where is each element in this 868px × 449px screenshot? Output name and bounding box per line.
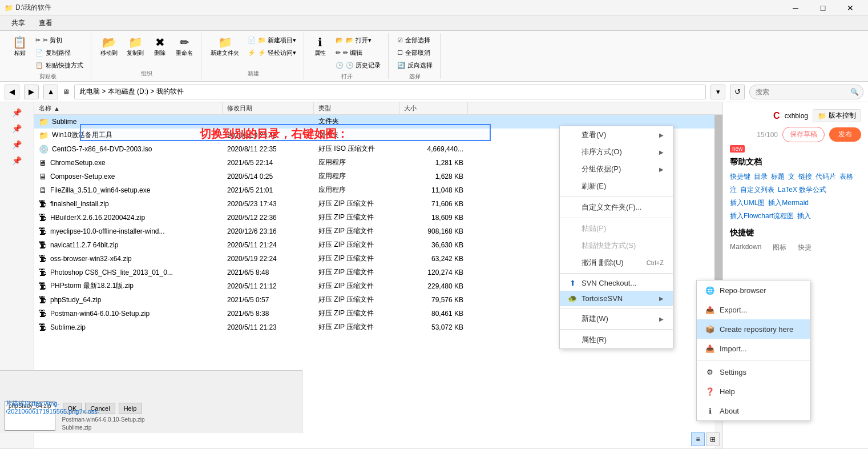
rename-button[interactable]: ✏ 重命名 <box>172 34 196 59</box>
menu-item[interactable]: 自定义文件夹(F)... <box>560 199 673 216</box>
move-icon: 📂 <box>102 37 116 48</box>
menu-icon: ⬆ <box>567 279 578 287</box>
properties-button[interactable]: ℹ 属性 <box>310 34 330 59</box>
menu-item[interactable]: 分组依据(P) ▶ <box>560 161 673 178</box>
open-items: ℹ 属性 📂 📂 打开▾ ✏ ✏ 编辑 🕒 🕒 历史记录 <box>310 34 383 71</box>
file-date: 2020/5/11 21:23 <box>223 323 314 331</box>
context-menu: 查看(V) ▶ 排序方式(O) ▶ 分组依据(P) ▶ 刷新(E) 自定义文件夹… <box>559 126 673 349</box>
ribbon-group-select: ☑ 全部选择 ☐ 全部取消 🔄 反向选择 选择 <box>390 33 441 79</box>
menu-item[interactable]: 刷新(E) <box>560 178 673 195</box>
copy-to-button[interactable]: 📁 复制到 <box>123 34 147 59</box>
sub-menu-item[interactable]: 📦 Create repository here <box>697 319 810 339</box>
new-folder-button[interactable]: 📁 新建文件夹 <box>207 34 243 59</box>
select-none-button[interactable]: ☐ 全部取消 <box>394 47 435 59</box>
copy-path-button[interactable]: 📄 复制路径 <box>33 47 86 59</box>
minimize-button[interactable]: ─ <box>782 0 809 16</box>
menu-item[interactable]: 属性(R) <box>560 331 673 348</box>
menu-separator <box>560 308 673 308</box>
paste-button[interactable]: 📋 粘贴 <box>9 34 30 59</box>
sub-menu-item[interactable]: 🌐 Repo-browser <box>697 280 810 300</box>
menu-item[interactable]: ⬆ SVN Checkout... <box>560 275 673 291</box>
menu-item[interactable]: 查看(V) ▶ <box>560 126 673 143</box>
help-tag[interactable]: 插入 <box>797 211 811 221</box>
help-tag[interactable]: 快捷键 <box>730 172 750 182</box>
file-size: 63,242 KB <box>399 255 468 263</box>
pin-button[interactable]: 📌 <box>11 107 23 118</box>
open-icon: 📂 <box>336 37 344 44</box>
back-button[interactable]: ◀ <box>5 85 19 99</box>
version-btn[interactable]: 📁 版本控制 <box>813 109 861 122</box>
ribbon-group-new: 📁 新建文件夹 📄 📁 新建项目▾ ⚡ ⚡ 轻松访问▾ 新建 <box>203 33 304 79</box>
help-tag[interactable]: 代码片 <box>815 172 836 182</box>
delete-button[interactable]: ✖ 删除 <box>150 34 170 59</box>
help-button[interactable]: Help <box>119 403 142 414</box>
cut-button[interactable]: ✂ ✂ 剪切 <box>33 34 86 46</box>
detail-view-button[interactable]: ⊞ <box>706 432 720 446</box>
help-tag[interactable]: 插入Mermaid <box>768 198 809 208</box>
pin3-button[interactable]: 📌 <box>11 139 23 150</box>
tab-view[interactable]: 查看 <box>32 16 59 30</box>
address-bar: ◀ ▶ ▲ 🖥 此电脑 > 本地磁盘 (D:) > 我的软件 ▾ ↺ 🔍 <box>0 82 868 102</box>
help-tag[interactable]: 标题 <box>771 172 785 182</box>
col-date-header[interactable]: 修改日期 <box>223 102 314 114</box>
file-date: 2020/12/6 23:16 <box>223 227 314 235</box>
menu-item[interactable]: 撤消 删除(U) Ctrl+Z <box>560 254 673 271</box>
publish-button[interactable]: 发布 <box>829 127 861 142</box>
title-bar: 📁 D:\我的软件 ─ □ ✕ <box>0 0 868 16</box>
address-path[interactable]: 此电脑 > 本地磁盘 (D:) > 我的软件 <box>74 85 706 99</box>
move-to-button[interactable]: 📂 移动到 <box>97 34 121 59</box>
help-tag[interactable]: 注 <box>730 185 737 195</box>
help-tag[interactable]: 插入Flowchart流程图 <box>730 211 794 221</box>
help-tag[interactable]: 自定义列表 <box>740 185 774 195</box>
select-all-button[interactable]: ☑ 全部选择 <box>394 34 435 46</box>
up-button[interactable]: ▲ <box>43 85 58 99</box>
file-date: 2021/6/5 8:48 <box>223 268 314 276</box>
menu-item[interactable]: 🐢 TortoiseSVN ▶ <box>560 291 673 306</box>
dropdown-button[interactable]: ▾ <box>710 85 725 99</box>
forward-button[interactable]: ▶ <box>24 85 39 99</box>
save-draft-button[interactable]: 保存草稿 <box>782 127 825 142</box>
open-button[interactable]: 📂 📂 打开▾ <box>333 34 383 46</box>
sub-menu-item[interactable]: 📥 Import... <box>697 339 810 358</box>
history-button[interactable]: 🕒 🕒 历史记录 <box>333 59 383 71</box>
help-tag[interactable]: 目录 <box>754 172 768 182</box>
new-item-button[interactable]: 📄 📁 新建项目▾ <box>245 34 299 46</box>
pin2-button[interactable]: 📌 <box>11 123 23 134</box>
menu-separator <box>560 218 673 218</box>
file-icon: 🗜 <box>39 199 47 209</box>
col-type-header[interactable]: 类型 <box>314 102 399 114</box>
sub-menu-item[interactable]: ❓ Help <box>697 382 810 401</box>
sub-menu-item[interactable]: ℹ About <box>697 401 810 420</box>
refresh-button[interactable]: ↺ <box>730 85 745 99</box>
file-date: 2021/6/5 22:14 <box>223 159 314 167</box>
help-tag[interactable]: 文 <box>788 172 795 182</box>
menu-item-left: 刷新(E) <box>567 181 606 191</box>
close-button[interactable]: ✕ <box>837 0 863 16</box>
easy-access-button[interactable]: ⚡ ⚡ 轻松访问▾ <box>245 47 299 59</box>
help-tag[interactable]: 链接 <box>798 172 812 182</box>
menu-item-left: ⬆ SVN Checkout... <box>567 279 636 287</box>
col-name-header[interactable]: 名称 ▲ <box>34 102 223 114</box>
tab-share[interactable]: 共享 <box>5 16 32 30</box>
annotation-text: 切换到别的目录，右键如图： <box>200 126 348 142</box>
menu-item[interactable]: 排序方式(O) ▶ <box>560 143 673 161</box>
menu-label: 排序方式(O) <box>582 147 622 157</box>
col-size-header[interactable]: 大小 <box>399 102 468 114</box>
sub-menu-item-left: ⚙ Settings <box>704 366 746 378</box>
list-view-button[interactable]: ≡ <box>691 432 705 446</box>
tortoise-icon: 🐢 <box>568 294 577 303</box>
sub-menu-item[interactable]: ⚙ Settings <box>697 362 810 382</box>
sub-menu-item[interactable]: 📤 Export... <box>697 300 810 319</box>
help-tag[interactable]: LaTeX 数学公式 <box>778 185 826 195</box>
file-icon: 🖥 <box>39 186 47 195</box>
menu-item[interactable]: 新建(W) ▶ <box>560 310 673 327</box>
pin4-button[interactable]: 📌 <box>11 155 23 166</box>
search-input[interactable] <box>749 85 863 99</box>
invert-select-button[interactable]: 🔄 反向选择 <box>394 59 435 71</box>
help-tag[interactable]: 表格 <box>839 172 853 182</box>
paste-shortcut-button[interactable]: 📋 粘贴快捷方式 <box>33 59 86 71</box>
edit-button[interactable]: ✏ ✏ 编辑 <box>333 47 383 59</box>
clipboard-items: 📋 粘贴 ✂ ✂ 剪切 📄 复制路径 📋 粘贴快捷方式 <box>9 34 86 71</box>
help-tag[interactable]: 插入UML图 <box>730 198 765 208</box>
maximize-button[interactable]: □ <box>810 0 836 16</box>
